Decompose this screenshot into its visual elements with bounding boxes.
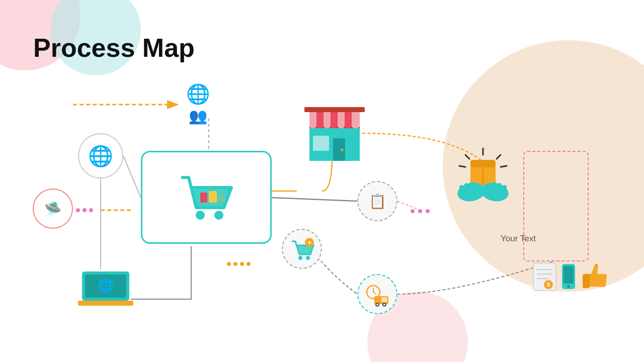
svg-line-52	[459, 166, 465, 167]
svg-rect-29	[352, 111, 360, 128]
delivery-circle-node	[357, 274, 397, 314]
svg-line-53	[501, 166, 507, 167]
svg-point-48	[383, 304, 385, 306]
svg-rect-24	[218, 194, 224, 203]
laptop-node: 🌐	[78, 269, 133, 309]
svg-point-7	[426, 209, 430, 213]
drone-node: 🛸	[33, 189, 73, 229]
svg-point-36	[298, 256, 302, 260]
pink-dashed-box	[523, 151, 589, 261]
drone-icon: 🛸	[44, 201, 62, 217]
thumbs-up-icon	[579, 259, 614, 294]
svg-rect-61	[469, 182, 473, 193]
svg-rect-60	[464, 183, 468, 193]
svg-point-47	[376, 304, 378, 306]
phone-icon	[561, 263, 576, 291]
svg-point-8	[227, 262, 231, 266]
svg-point-14	[89, 208, 93, 212]
svg-rect-72	[564, 266, 574, 284]
svg-text:🌐: 🌐	[98, 278, 114, 294]
cart-plus-node: +	[282, 229, 322, 269]
svg-line-51	[497, 155, 501, 159]
cart-box	[141, 151, 272, 244]
svg-line-2	[123, 156, 141, 198]
receipt-thumbs-node: $	[531, 259, 614, 294]
svg-point-20	[196, 211, 205, 220]
svg-rect-59	[459, 185, 463, 193]
svg-rect-27	[324, 111, 331, 128]
globe-circle-node: 🌐	[78, 133, 123, 178]
svg-rect-44	[381, 297, 387, 302]
people-icon: 👥	[189, 107, 207, 125]
store-icon	[302, 98, 367, 163]
svg-line-50	[465, 155, 469, 159]
svg-rect-74	[583, 274, 590, 288]
globe-network-icon: 🌐	[88, 144, 113, 168]
delivery-icon	[364, 281, 390, 307]
svg-point-5	[411, 209, 415, 213]
svg-rect-28	[338, 111, 345, 128]
document-circle-node: 📋	[357, 181, 397, 221]
svg-rect-31	[313, 136, 329, 151]
cart-plus-icon: +	[289, 236, 314, 261]
svg-point-11	[247, 262, 251, 266]
svg-point-37	[306, 256, 310, 260]
svg-point-13	[83, 208, 87, 212]
svg-point-12	[76, 208, 80, 212]
svg-rect-23	[209, 191, 217, 203]
svg-point-6	[418, 209, 422, 213]
svg-rect-18	[78, 301, 133, 306]
document-icon: 📋	[369, 193, 386, 210]
package-icon	[450, 146, 516, 211]
laptop-icon: 🌐	[78, 269, 133, 309]
shopping-cart-icon	[176, 170, 236, 225]
svg-point-9	[233, 262, 237, 266]
svg-line-3	[272, 198, 357, 201]
svg-text:+: +	[307, 238, 311, 246]
globe-people-node: 🌐 👥	[186, 83, 210, 125]
svg-text:$: $	[547, 282, 550, 288]
svg-point-21	[214, 211, 223, 220]
receipt-icon: $	[531, 260, 558, 293]
svg-rect-64	[503, 185, 507, 193]
page-title: Process Map	[33, 33, 195, 63]
globe-icon: 🌐	[186, 83, 210, 105]
svg-line-4	[397, 201, 423, 211]
svg-rect-63	[498, 183, 502, 193]
package-hands-node	[450, 146, 516, 211]
your-text-label: Your Text	[501, 234, 536, 244]
svg-line-42	[373, 292, 376, 294]
svg-rect-22	[200, 193, 207, 203]
store-node	[302, 98, 367, 165]
svg-point-10	[240, 262, 244, 266]
svg-rect-62	[493, 182, 497, 193]
svg-rect-34	[304, 107, 365, 112]
svg-point-73	[567, 285, 570, 288]
svg-point-33	[341, 149, 344, 151]
svg-rect-26	[309, 111, 316, 128]
